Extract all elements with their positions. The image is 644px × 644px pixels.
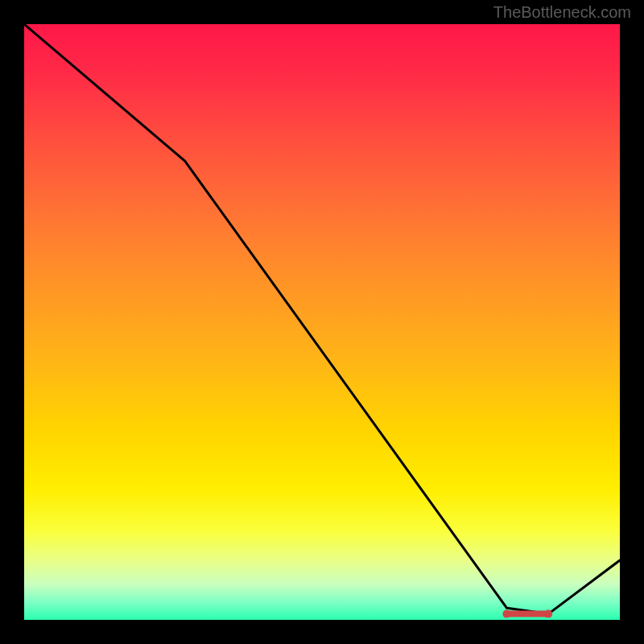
watermark-text: TheBottleneck.com: [493, 3, 631, 22]
frame-left: [0, 0, 24, 644]
bottleneck-curve-line: [24, 24, 620, 614]
svg-rect-0: [506, 611, 548, 617]
optimal-range-marker: [502, 610, 552, 618]
chart-plot-area: [24, 24, 620, 620]
chart-svg: [24, 24, 620, 620]
frame-bottom: [0, 620, 644, 644]
frame-right: [620, 0, 644, 644]
svg-point-1: [502, 610, 510, 618]
svg-point-2: [544, 610, 552, 618]
